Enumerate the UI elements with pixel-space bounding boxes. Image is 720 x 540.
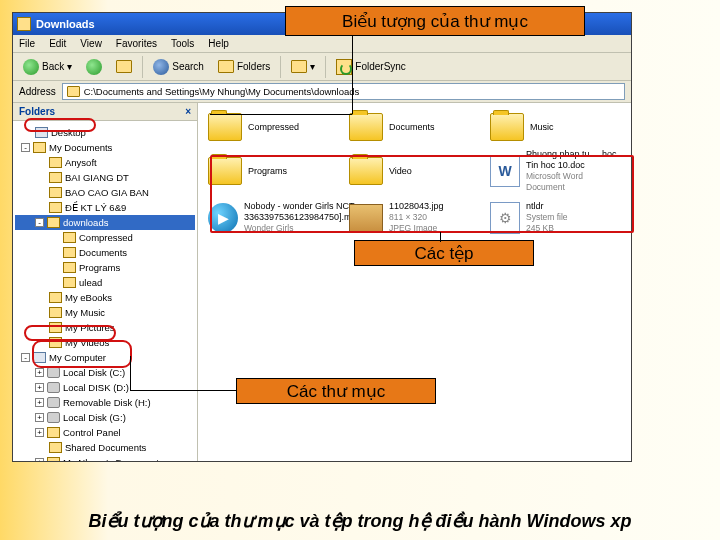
disk-icon	[47, 412, 60, 423]
fld-icon	[49, 187, 62, 198]
tree-label: BAO CAO GIA BAN	[65, 185, 149, 200]
fld-icon	[63, 247, 76, 258]
tree-node[interactable]: ulead	[15, 275, 195, 290]
folder-tree[interactable]: Desktop-My DocumentsAnysoftBAI GIANG DTB…	[13, 121, 197, 461]
search-icon	[153, 59, 169, 75]
forward-icon	[86, 59, 102, 75]
tree-node[interactable]: +Control Panel	[15, 425, 195, 440]
folder-tile[interactable]: Compressed	[206, 111, 341, 143]
tree-label: Programs	[79, 260, 120, 275]
tree-node[interactable]: Anysoft	[15, 155, 195, 170]
expand-icon[interactable]: -	[21, 143, 30, 152]
menu-help[interactable]: Help	[208, 38, 229, 49]
callout-folder-icon: Biểu tượng của thư mục	[285, 6, 585, 36]
address-bar: Address C:\Documents and Settings\My Nhu…	[13, 81, 631, 103]
address-label: Address	[19, 86, 56, 97]
tree-node[interactable]: +Removable Disk (H:)	[15, 395, 195, 410]
expand-icon[interactable]: -	[35, 218, 44, 227]
expand-icon[interactable]: +	[35, 383, 44, 392]
menubar[interactable]: File Edit View Favorites Tools Help	[13, 35, 631, 53]
expand-icon[interactable]: +	[35, 398, 44, 407]
connector-line	[130, 390, 236, 391]
tree-label: Anysoft	[65, 155, 97, 170]
fld-icon	[63, 277, 76, 288]
tree-pane: Folders× Desktop-My DocumentsAnysoftBAI …	[13, 103, 198, 461]
tile-label: Music	[530, 122, 554, 133]
forward-button[interactable]	[82, 57, 106, 77]
up-icon	[116, 60, 132, 73]
tree-label: Removable Disk (H:)	[63, 395, 151, 410]
folder-icon	[490, 113, 524, 141]
tree-node[interactable]: +My Nhung's Documents	[15, 455, 195, 461]
sync-icon	[336, 59, 352, 75]
menu-file[interactable]: File	[19, 38, 35, 49]
folders-button[interactable]: Folders	[214, 58, 274, 75]
separator	[142, 56, 143, 78]
views-button[interactable]: ▾	[287, 58, 319, 75]
tree-node[interactable]: -My Documents	[15, 140, 195, 155]
tree-label: My Documents	[49, 140, 112, 155]
views-icon	[291, 60, 307, 73]
menu-tools[interactable]: Tools	[171, 38, 194, 49]
fld-icon	[49, 292, 62, 303]
separator	[280, 56, 281, 78]
callout-folders: Các thư mục	[236, 378, 436, 404]
tree-label: Control Panel	[63, 425, 121, 440]
connector-line	[352, 36, 353, 114]
tree-label: downloads	[63, 215, 108, 230]
tree-node[interactable]: BAI GIANG DT	[15, 170, 195, 185]
toolbar: Back ▾ Search Folders ▾ FolderSync	[13, 53, 631, 81]
menu-favorites[interactable]: Favorites	[116, 38, 157, 49]
tree-label: My eBooks	[65, 290, 112, 305]
tree-label: Local DISK (D:)	[63, 380, 129, 395]
expand-icon[interactable]: +	[35, 458, 44, 461]
fld-icon	[49, 442, 62, 453]
folder-tile[interactable]: Documents	[347, 111, 482, 143]
tree-node[interactable]: ĐỀ KT LÝ 6&9	[15, 200, 195, 215]
fld-icon	[49, 157, 62, 168]
expand-icon[interactable]: -	[21, 353, 30, 362]
menu-view[interactable]: View	[80, 38, 102, 49]
tree-label: BAI GIANG DT	[65, 170, 129, 185]
tree-node[interactable]: My Music	[15, 305, 195, 320]
folder-tile[interactable]: Music	[488, 111, 623, 143]
tile-label: Compressed	[248, 122, 299, 133]
close-pane-icon[interactable]: ×	[185, 106, 191, 117]
tree-label: Shared Documents	[65, 440, 146, 455]
tree-node[interactable]: Programs	[15, 260, 195, 275]
connector-line	[440, 232, 441, 242]
foldersync-button[interactable]: FolderSync	[332, 57, 410, 77]
expand-icon[interactable]: +	[35, 368, 44, 377]
disk-icon	[47, 382, 60, 393]
highlight-desktop	[24, 118, 96, 132]
tree-node[interactable]: Compressed	[15, 230, 195, 245]
tree-node[interactable]: -downloads	[15, 215, 195, 230]
folder-icon	[67, 86, 80, 97]
address-input[interactable]: C:\Documents and Settings\My Nhung\My Do…	[62, 83, 625, 100]
tree-label: My Nhung's Documents	[63, 455, 164, 461]
tree-node[interactable]: Documents	[15, 245, 195, 260]
tree-node[interactable]: +Local Disk (G:)	[15, 410, 195, 425]
expand-icon[interactable]: +	[35, 428, 44, 437]
connector-line	[210, 114, 352, 115]
fld-icon	[63, 232, 76, 243]
fld-icon	[47, 217, 60, 228]
tree-node[interactable]: BAO CAO GIA BAN	[15, 185, 195, 200]
separator	[325, 56, 326, 78]
menu-edit[interactable]: Edit	[49, 38, 66, 49]
tree-node[interactable]: +Local DISK (D:)	[15, 380, 195, 395]
tree-node[interactable]: My eBooks	[15, 290, 195, 305]
disk-icon	[47, 367, 60, 378]
fld-icon	[49, 307, 62, 318]
fld-icon	[49, 202, 62, 213]
tile-label: Documents	[389, 122, 435, 133]
search-button[interactable]: Search	[149, 57, 208, 77]
tree-label: Documents	[79, 245, 127, 260]
up-button[interactable]	[112, 58, 136, 75]
back-button[interactable]: Back ▾	[19, 57, 76, 77]
expand-icon[interactable]: +	[35, 413, 44, 422]
tree-node[interactable]: Shared Documents	[15, 440, 195, 455]
fld-icon	[47, 427, 60, 438]
back-icon	[23, 59, 39, 75]
fld-icon	[33, 142, 46, 153]
